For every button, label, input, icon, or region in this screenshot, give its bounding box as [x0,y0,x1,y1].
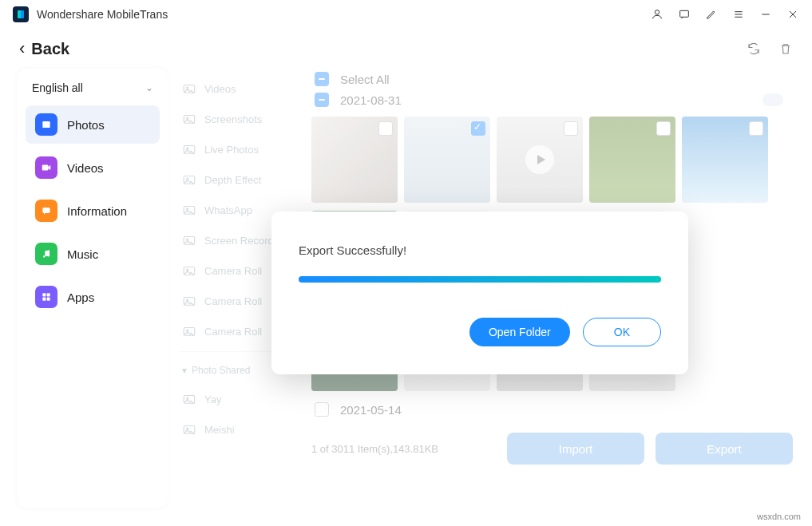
album-label: Yay [204,394,221,405]
trash-icon[interactable] [778,42,793,56]
svg-point-7 [48,255,50,256]
photo-thumbnail[interactable] [497,117,583,203]
svg-rect-1 [680,10,689,17]
import-button[interactable]: Import [507,433,644,465]
album-icon [182,392,196,406]
album-icon [182,203,196,217]
left-nav: English all ⌄ PhotosVideosInformationMus… [18,69,168,508]
open-folder-button[interactable]: Open Folder [469,318,570,346]
date-label: 2021-08-31 [340,93,402,107]
svg-point-3 [44,123,46,125]
sync-icon[interactable] [747,42,761,56]
album-item[interactable]: Depth Effect [179,164,300,195]
svg-rect-10 [42,298,46,301]
chevron-down-icon: ⌄ [145,82,153,93]
svg-point-6 [43,255,45,257]
nav-item-photos[interactable]: Photos [26,105,160,144]
nav-item-videos[interactable]: Videos [26,148,160,187]
status-text: 1 of 3011 Item(s),143.81KB [311,443,438,455]
album-icon [182,324,196,338]
date-group-row: 2021-08-31 [311,89,793,110]
nav-label: Information [67,204,127,218]
thumb-checkbox[interactable] [378,121,393,136]
footer-row: 1 of 3011 Item(s),143.81KB Import Export [311,433,793,465]
photo-thumbnail[interactable] [404,117,490,203]
app-title: Wondershare MobileTrans [37,8,168,21]
thumbnail-row [311,117,793,203]
date-checkbox[interactable] [315,402,329,417]
edit-icon[interactable] [705,8,718,21]
album-label: Meishi [204,424,235,436]
video-icon [35,156,57,179]
close-icon[interactable] [786,8,799,21]
chevron-down-icon: ▾ [182,365,187,376]
album-item[interactable]: Screenshots [179,104,300,134]
music-icon [35,243,57,265]
export-success-dialog: Export Successfully! Open Folder OK [271,212,688,374]
titlebar-actions [651,8,799,21]
svg-rect-5 [42,208,50,213]
app-logo-icon [13,6,29,22]
album-icon [182,422,196,437]
date-label: 2021-05-14 [340,403,402,417]
album-label: Live Photos [204,144,259,156]
album-label: Depth Effect [204,174,261,186]
back-chevron-icon[interactable]: ‹ [19,38,25,59]
photo-thumbnail[interactable] [682,117,768,203]
photo-thumbnail[interactable] [311,117,398,203]
back-label[interactable]: Back [31,40,69,58]
menu-icon[interactable] [732,8,745,21]
shared-album-item[interactable]: Meishi [179,414,300,445]
svg-rect-9 [47,293,50,296]
thumb-checkbox[interactable] [564,121,578,136]
language-label: English all [32,81,83,94]
account-icon[interactable] [651,8,663,21]
watermark: wsxdn.com [757,512,801,521]
image-icon [35,113,57,136]
ok-button[interactable]: OK [583,318,661,346]
svg-point-0 [655,10,659,14]
export-button[interactable]: Export [656,433,793,465]
album-label: WhatsApp [204,204,252,216]
nav-item-apps[interactable]: Apps [26,278,160,316]
nav-label: Videos [67,161,104,175]
photo-thumbnail[interactable] [589,117,675,203]
nav-label: Music [67,247,98,261]
svg-rect-8 [42,293,46,296]
play-icon[interactable] [525,145,554,174]
album-label: Camera Roll [204,295,262,307]
grid-icon [35,286,57,308]
group-count-badge [762,93,783,106]
language-selector[interactable]: English all ⌄ [26,81,160,105]
progress-bar [299,276,661,283]
nav-item-music[interactable]: Music [26,235,160,273]
thumb-checkbox[interactable] [471,121,485,136]
album-label: Camera Roll [204,326,262,338]
dialog-message: Export Successfully! [299,243,661,257]
nav-item-information[interactable]: Information [26,192,160,230]
svg-rect-11 [47,298,50,301]
album-item[interactable]: Live Photos [179,134,300,164]
album-label: Screenshots [204,113,262,125]
album-item[interactable]: Videos [179,73,300,104]
select-all-row: Select All [311,69,793,89]
album-label: Videos [204,83,236,95]
date-checkbox[interactable] [315,93,329,107]
album-icon [182,142,196,156]
nav-label: Apps [67,291,94,304]
album-icon [182,233,196,247]
svg-rect-4 [42,165,49,171]
nav-label: Photos [67,118,105,132]
thumb-checkbox[interactable] [656,121,671,136]
thumb-checkbox[interactable] [749,121,763,136]
album-label: Camera Roll [204,265,262,277]
minimize-icon[interactable] [759,8,772,21]
select-all-label[interactable]: Select All [340,73,390,86]
feedback-icon[interactable] [678,8,691,21]
select-all-checkbox[interactable] [315,72,329,86]
date-group-row: 2021-05-14 [311,399,793,420]
album-icon [182,294,196,308]
title-bar: Wondershare MobileTrans [0,0,812,29]
shared-album-item[interactable]: Yay [179,384,300,414]
album-icon [182,172,196,187]
